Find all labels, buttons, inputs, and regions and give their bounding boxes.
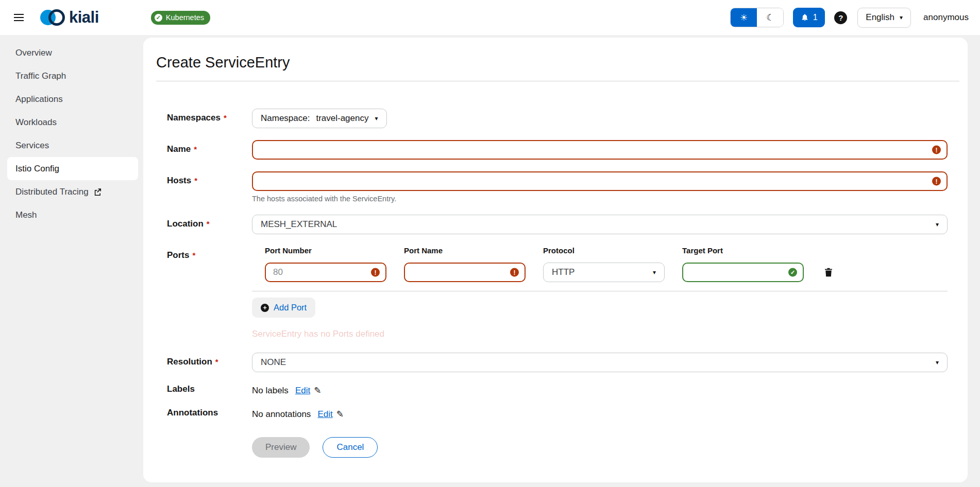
annotations-label: Annotations bbox=[167, 408, 252, 420]
sidebar: Overview Traffic Graph Applications Work… bbox=[0, 35, 143, 487]
sidebar-item-istio-config[interactable]: Istio Config bbox=[7, 157, 138, 180]
preview-button[interactable]: Preview bbox=[252, 437, 310, 458]
cancel-button[interactable]: Cancel bbox=[323, 437, 378, 458]
error-exclamation-icon: ! bbox=[932, 146, 941, 154]
sun-icon: ☀ bbox=[740, 12, 748, 23]
sidebar-item-overview[interactable]: Overview bbox=[7, 41, 138, 64]
page-title: Create ServiceEntry bbox=[143, 53, 968, 72]
location-row: Location* MESH_EXTERNAL ▾ bbox=[167, 215, 948, 234]
external-link-icon bbox=[94, 188, 102, 196]
hosts-helper-text: The hosts associated with the ServiceEnt… bbox=[252, 195, 948, 203]
hamburger-icon bbox=[14, 14, 24, 15]
location-label: Location* bbox=[167, 215, 252, 234]
location-select[interactable]: MESH_EXTERNAL ▾ bbox=[252, 215, 948, 234]
app-header: kiali ✓ Kubernetes ☀ ☾ 1 ? English ▾ ano… bbox=[0, 0, 980, 35]
pencil-icon: ✎ bbox=[336, 409, 344, 420]
required-asterisk: * bbox=[194, 145, 197, 153]
moon-icon: ☾ bbox=[766, 12, 774, 23]
port-number-input[interactable] bbox=[265, 263, 386, 282]
protocol-select[interactable]: HTTP ▾ bbox=[543, 263, 665, 282]
namespace-dropdown-value: travel-agency bbox=[316, 113, 368, 124]
name-label: Name* bbox=[167, 140, 252, 160]
delete-port-button[interactable] bbox=[821, 265, 836, 280]
protocol-select-value: HTTP bbox=[552, 267, 575, 277]
target-port-column-header: Target Port bbox=[682, 246, 804, 255]
required-asterisk: * bbox=[224, 113, 227, 122]
dark-theme-button[interactable]: ☾ bbox=[757, 8, 783, 27]
labels-empty-text: No labels bbox=[252, 386, 289, 396]
labels-label: Labels bbox=[167, 384, 252, 396]
notifications-button[interactable]: 1 bbox=[793, 8, 825, 27]
chevron-down-icon: ▾ bbox=[936, 359, 939, 366]
chevron-down-icon: ▾ bbox=[900, 14, 903, 21]
resolution-select-value: NONE bbox=[261, 357, 286, 368]
username: anonymous bbox=[923, 12, 969, 23]
create-serviceentry-card: Create ServiceEntry Namespaces* Namespac… bbox=[143, 38, 968, 482]
error-exclamation-icon: ! bbox=[510, 268, 519, 277]
annotations-edit-link[interactable]: Edit bbox=[317, 409, 332, 420]
ports-empty-message: ServiceEntry has no Ports defined bbox=[252, 329, 948, 339]
cluster-badge-label: Kubernetes bbox=[166, 13, 204, 22]
ports-label: Ports* bbox=[167, 246, 252, 339]
ports-divider bbox=[252, 291, 948, 291]
trash-icon bbox=[824, 268, 833, 277]
bell-icon bbox=[801, 13, 809, 22]
light-theme-button[interactable]: ☀ bbox=[731, 8, 757, 27]
hosts-row: Hosts* ! The hosts associated with the S… bbox=[167, 171, 948, 203]
sidebar-item-distributed-tracing[interactable]: Distributed Tracing bbox=[7, 180, 138, 203]
pencil-icon: ✎ bbox=[314, 385, 321, 396]
menu-toggle-button[interactable] bbox=[8, 7, 29, 28]
theme-toggle: ☀ ☾ bbox=[730, 8, 784, 27]
resolution-select[interactable]: NONE ▾ bbox=[252, 353, 948, 372]
brand-name: kiali bbox=[69, 8, 99, 27]
notification-count: 1 bbox=[813, 13, 818, 22]
hosts-label: Hosts* bbox=[167, 171, 252, 203]
error-exclamation-icon: ! bbox=[932, 177, 941, 186]
resolution-row: Resolution* NONE ▾ bbox=[167, 353, 948, 372]
add-port-label: Add Port bbox=[274, 303, 307, 312]
ports-row: Ports* Port Number Port Name Protocol Ta… bbox=[167, 246, 948, 339]
required-asterisk: * bbox=[207, 219, 210, 228]
sidebar-item-mesh[interactable]: Mesh bbox=[7, 203, 138, 227]
target-port-input[interactable] bbox=[682, 263, 804, 282]
main-content: Create ServiceEntry Namespaces* Namespac… bbox=[143, 35, 980, 487]
name-input[interactable] bbox=[252, 140, 948, 160]
chevron-down-icon: ▾ bbox=[653, 269, 656, 275]
kiali-logo[interactable]: kiali bbox=[40, 8, 99, 27]
cluster-badge: ✓ Kubernetes bbox=[151, 11, 210, 25]
namespaces-label: Namespaces* bbox=[167, 109, 252, 128]
location-select-value: MESH_EXTERNAL bbox=[261, 219, 337, 230]
sidebar-item-traffic-graph[interactable]: Traffic Graph bbox=[7, 64, 138, 88]
create-serviceentry-form: Namespaces* Namespace: travel-agency ▾ N… bbox=[143, 81, 968, 458]
resolution-label: Resolution* bbox=[167, 353, 252, 372]
language-value: English bbox=[866, 12, 894, 23]
help-button[interactable]: ? bbox=[834, 11, 847, 24]
chevron-down-icon: ▾ bbox=[375, 115, 378, 121]
sidebar-item-services[interactable]: Services bbox=[7, 134, 138, 157]
check-circle-icon: ✓ bbox=[155, 14, 162, 22]
error-exclamation-icon: ! bbox=[371, 268, 380, 277]
form-actions: Preview Cancel bbox=[252, 437, 948, 458]
namespace-dropdown-prefix: Namespace: bbox=[261, 113, 310, 124]
required-asterisk: * bbox=[192, 251, 195, 259]
protocol-column-header: Protocol bbox=[543, 246, 665, 255]
labels-row: Labels No labels Edit ✎ bbox=[167, 384, 948, 396]
plus-circle-icon: + bbox=[261, 304, 269, 312]
namespaces-row: Namespaces* Namespace: travel-agency ▾ bbox=[167, 109, 948, 128]
kiali-logo-ring-icon bbox=[48, 9, 65, 26]
add-port-button[interactable]: + Add Port bbox=[252, 298, 315, 318]
required-asterisk: * bbox=[215, 357, 218, 366]
question-icon: ? bbox=[838, 13, 843, 22]
labels-edit-link[interactable]: Edit bbox=[295, 386, 310, 396]
hosts-input[interactable] bbox=[252, 171, 948, 191]
port-number-column-header: Port Number bbox=[265, 246, 386, 255]
language-dropdown[interactable]: English ▾ bbox=[857, 8, 911, 28]
namespace-dropdown[interactable]: Namespace: travel-agency ▾ bbox=[252, 109, 387, 128]
name-row: Name* ! bbox=[167, 140, 948, 160]
port-name-column-header: Port Name bbox=[404, 246, 526, 255]
success-check-icon: ✓ bbox=[788, 268, 797, 277]
sidebar-item-applications[interactable]: Applications bbox=[7, 88, 138, 111]
annotations-empty-text: No annotations bbox=[252, 409, 311, 420]
sidebar-item-workloads[interactable]: Workloads bbox=[7, 111, 138, 134]
port-name-input[interactable] bbox=[404, 263, 526, 282]
